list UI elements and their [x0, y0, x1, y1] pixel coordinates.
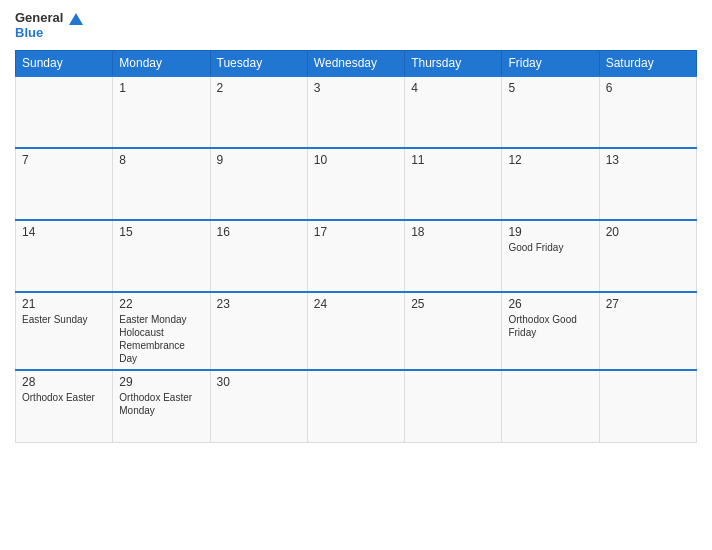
logo-blue-text: Blue [15, 25, 83, 40]
event-label: Orthodox Good Friday [508, 313, 592, 339]
day-number: 6 [606, 81, 690, 95]
day-number: 29 [119, 375, 203, 389]
day-number: 24 [314, 297, 398, 311]
calendar-cell: 21Easter Sunday [16, 292, 113, 370]
calendar-table: SundayMondayTuesdayWednesdayThursdayFrid… [15, 50, 697, 443]
logo-triangle-icon [69, 13, 83, 25]
calendar-cell: 27 [599, 292, 696, 370]
day-number: 9 [217, 153, 301, 167]
day-number: 26 [508, 297, 592, 311]
calendar-cell: 23 [210, 292, 307, 370]
day-number: 17 [314, 225, 398, 239]
weekday-header-friday: Friday [502, 51, 599, 77]
calendar-header: General Blue [15, 10, 697, 40]
calendar-cell [16, 76, 113, 148]
day-number: 28 [22, 375, 106, 389]
calendar-cell: 24 [307, 292, 404, 370]
day-number: 22 [119, 297, 203, 311]
calendar-cell: 7 [16, 148, 113, 220]
day-number: 14 [22, 225, 106, 239]
calendar-cell: 14 [16, 220, 113, 292]
calendar-cell: 17 [307, 220, 404, 292]
calendar-cell: 5 [502, 76, 599, 148]
day-number: 1 [119, 81, 203, 95]
event-label: Orthodox Easter Monday [119, 391, 203, 417]
calendar-cell: 30 [210, 370, 307, 442]
calendar-cell: 6 [599, 76, 696, 148]
weekday-header-tuesday: Tuesday [210, 51, 307, 77]
calendar-cell: 11 [405, 148, 502, 220]
day-number: 23 [217, 297, 301, 311]
weekday-header-saturday: Saturday [599, 51, 696, 77]
day-number: 18 [411, 225, 495, 239]
event-label: Orthodox Easter [22, 391, 106, 404]
day-number: 20 [606, 225, 690, 239]
calendar-cell: 20 [599, 220, 696, 292]
day-number: 15 [119, 225, 203, 239]
day-number: 7 [22, 153, 106, 167]
calendar-cell: 1 [113, 76, 210, 148]
week-row-3: 141516171819Good Friday20 [16, 220, 697, 292]
calendar-container: General Blue SundayMondayTuesdayWednesda… [0, 0, 712, 550]
calendar-cell: 25 [405, 292, 502, 370]
week-row-5: 28Orthodox Easter29Orthodox Easter Monda… [16, 370, 697, 442]
day-number: 16 [217, 225, 301, 239]
week-row-2: 78910111213 [16, 148, 697, 220]
calendar-cell [307, 370, 404, 442]
calendar-cell [502, 370, 599, 442]
weekday-header-thursday: Thursday [405, 51, 502, 77]
day-number: 10 [314, 153, 398, 167]
event-label: Easter Sunday [22, 313, 106, 326]
week-row-4: 21Easter Sunday22Easter MondayHolocaust … [16, 292, 697, 370]
day-number: 2 [217, 81, 301, 95]
event-label: Holocaust Remembrance Day [119, 326, 203, 365]
day-number: 12 [508, 153, 592, 167]
calendar-cell: 28Orthodox Easter [16, 370, 113, 442]
calendar-cell: 2 [210, 76, 307, 148]
calendar-cell: 29Orthodox Easter Monday [113, 370, 210, 442]
calendar-cell: 10 [307, 148, 404, 220]
calendar-cell: 19Good Friday [502, 220, 599, 292]
calendar-cell: 26Orthodox Good Friday [502, 292, 599, 370]
calendar-cell: 4 [405, 76, 502, 148]
calendar-cell: 22Easter MondayHolocaust Remembrance Day [113, 292, 210, 370]
calendar-cell: 12 [502, 148, 599, 220]
calendar-cell [405, 370, 502, 442]
logo-general-text: General [15, 10, 63, 25]
day-number: 4 [411, 81, 495, 95]
day-number: 19 [508, 225, 592, 239]
event-label: Easter Monday [119, 313, 203, 326]
calendar-cell: 9 [210, 148, 307, 220]
weekday-header-wednesday: Wednesday [307, 51, 404, 77]
calendar-cell: 8 [113, 148, 210, 220]
weekday-header-sunday: Sunday [16, 51, 113, 77]
weekday-header-row: SundayMondayTuesdayWednesdayThursdayFrid… [16, 51, 697, 77]
day-number: 30 [217, 375, 301, 389]
week-row-1: 123456 [16, 76, 697, 148]
calendar-cell: 16 [210, 220, 307, 292]
calendar-cell: 18 [405, 220, 502, 292]
calendar-cell [599, 370, 696, 442]
event-label: Good Friday [508, 241, 592, 254]
calendar-cell: 13 [599, 148, 696, 220]
day-number: 5 [508, 81, 592, 95]
logo: General Blue [15, 10, 83, 40]
day-number: 21 [22, 297, 106, 311]
calendar-cell: 3 [307, 76, 404, 148]
day-number: 11 [411, 153, 495, 167]
day-number: 13 [606, 153, 690, 167]
calendar-cell: 15 [113, 220, 210, 292]
day-number: 25 [411, 297, 495, 311]
day-number: 27 [606, 297, 690, 311]
day-number: 8 [119, 153, 203, 167]
day-number: 3 [314, 81, 398, 95]
weekday-header-monday: Monday [113, 51, 210, 77]
